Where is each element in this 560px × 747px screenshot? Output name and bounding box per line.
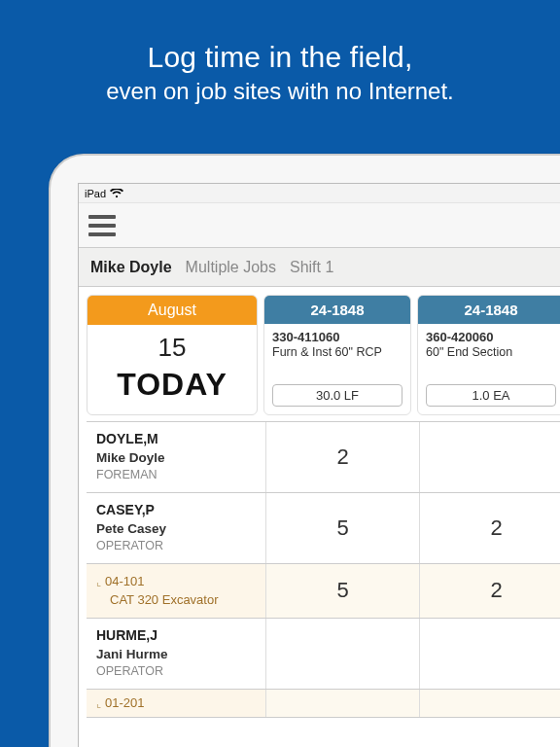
date-card[interactable]: August 15 TODAY (87, 295, 258, 415)
time-cell[interactable]: 5 (265, 564, 419, 618)
employee-row[interactable]: DOYLE,M Mike Doyle FOREMAN 2 (87, 421, 560, 492)
time-cell[interactable]: 2 (419, 493, 560, 563)
job-number: 24-1848 (264, 296, 410, 324)
job-number: 24-1848 (418, 296, 560, 324)
time-cell[interactable] (419, 422, 560, 492)
wifi-icon (110, 189, 123, 198)
device-label: iPad (85, 188, 106, 199)
time-cell[interactable] (419, 690, 560, 717)
date-month: August (88, 296, 257, 325)
crew-leader-name: Mike Doyle (90, 259, 172, 276)
time-grid: August 15 TODAY 24-1848 330-411060 Furn … (79, 287, 560, 718)
date-today-label: TODAY (88, 363, 257, 414)
status-bar: iPad (79, 184, 560, 203)
employee-row[interactable]: HURME,J Jani Hurme OPERATOR (87, 618, 560, 689)
employee-row[interactable]: CASEY,P Pete Casey OPERATOR 5 2 (87, 492, 560, 563)
device-frame: iPad Time Mike Doyle Multiple Jobs Shift… (49, 154, 560, 747)
marketing-headline-1: Log time in the field, (0, 41, 560, 74)
time-cell[interactable] (265, 690, 419, 717)
quantity-input[interactable]: 30.0 LF (272, 384, 402, 407)
time-cell[interactable]: 2 (419, 564, 560, 618)
time-cell[interactable]: 2 (265, 422, 419, 492)
job-task: 360-420060 60" End Section (418, 324, 560, 380)
equipment-row[interactable]: ⌞01-201 (87, 689, 560, 718)
time-cell[interactable]: 5 (265, 493, 419, 563)
employee-label: CASEY,P Pete Casey OPERATOR (87, 493, 265, 563)
menu-icon[interactable] (88, 215, 116, 236)
equipment-label: ⌞01-201 (87, 690, 265, 717)
employee-label: HURME,J Jani Hurme OPERATOR (87, 619, 265, 689)
job-column[interactable]: 24-1848 360-420060 60" End Section 1.0 E… (417, 295, 560, 415)
quantity-input[interactable]: 1.0 EA (426, 384, 556, 407)
job-task: 330-411060 Furn & Inst 60" RCP (264, 324, 410, 380)
info-bar: Mike Doyle Multiple Jobs Shift 1 (79, 248, 560, 287)
jobs-label: Multiple Jobs (186, 259, 276, 276)
time-cell[interactable] (265, 619, 419, 689)
marketing-headline-2: even on job sites with no Internet. (0, 78, 560, 105)
employee-label: DOYLE,M Mike Doyle FOREMAN (87, 422, 265, 492)
shift-label: Shift 1 (290, 259, 333, 276)
job-column[interactable]: 24-1848 330-411060 Furn & Inst 60" RCP 3… (263, 295, 411, 415)
equipment-row[interactable]: ⌞04-101 CAT 320 Excavator 5 2 (87, 563, 560, 618)
time-cell[interactable] (419, 619, 560, 689)
equipment-label: ⌞04-101 CAT 320 Excavator (87, 564, 265, 618)
date-day: 15 (88, 325, 257, 363)
top-bar: Time (79, 203, 560, 248)
